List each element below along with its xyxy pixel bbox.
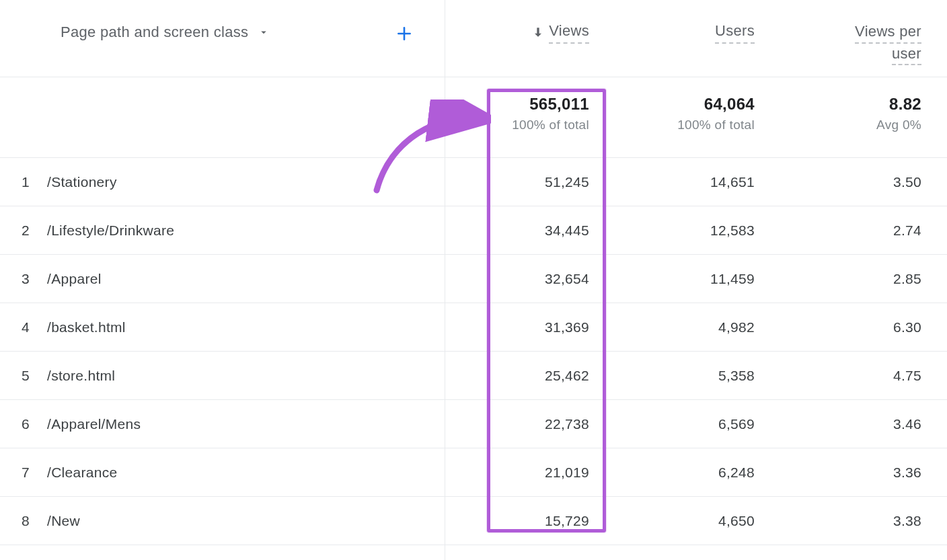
row-left: 3/Apparel [0,255,445,303]
totals-views-value: 565,011 [529,95,589,114]
rows-container: 1/Stationery51,24514,6513.502/Lifestyle/… [0,158,947,560]
vpu-label: Views per user [855,22,921,65]
metric-headers: Views Users Views per user [445,0,947,77]
row-path[interactable]: /Apparel/Mens [47,416,445,432]
row-vpu: 2.74 [767,223,940,239]
row-vpu: 2.85 [767,271,940,287]
row-left: 7/Clearance [0,448,445,496]
row-index: 4 [0,319,47,335]
row-vpu: 3.46 [767,416,940,432]
row-left: 4/basket.html [0,303,445,351]
plus-icon [395,25,413,42]
table-row[interactable]: 7/Clearance21,0196,2483.36 [0,448,947,497]
totals-spacer [0,77,445,157]
sort-desc-icon [531,26,545,39]
row-views: 34,445 [445,223,601,239]
row-left: 6/Apparel/Mens [0,400,445,448]
row-users: 11,459 [601,271,767,287]
row-users: 5,358 [601,368,767,384]
row-path[interactable]: /basket.html [47,319,445,335]
row-views: 15,729 [445,513,601,529]
totals-vpu-value: 8.82 [889,95,921,114]
row-users: 6,248 [601,465,767,481]
table-header: Page path and screen class Views Users V… [0,0,947,77]
row-left: 2/Lifestyle/Drinkware [0,206,445,254]
views-label: Views [549,22,589,44]
row-vpu: 6.30 [767,319,940,335]
row-path[interactable]: /Clearance [47,465,445,481]
table-row[interactable]: 9/Lifestyle/Bags13,8654,5543.04 [0,545,947,560]
table-row[interactable]: 3/Apparel32,65411,4592.85 [0,255,947,303]
totals-views: 565,011 100% of total [445,77,601,157]
row-path[interactable]: /Apparel [47,271,445,287]
column-header-users[interactable]: Users [601,0,767,77]
row-index: 5 [0,368,47,384]
row-vpu: 3.50 [767,174,940,190]
row-users: 4,650 [601,513,767,529]
row-views: 21,019 [445,465,601,481]
row-path[interactable]: /Stationery [47,174,445,190]
row-views: 31,369 [445,319,601,335]
row-left: 9/Lifestyle/Bags [0,545,445,560]
row-vpu: 4.75 [767,368,940,384]
dimension-label: Page path and screen class [61,24,248,41]
analytics-table: Page path and screen class Views Users V… [0,0,947,560]
totals-vpu: 8.82 Avg 0% [767,77,940,157]
totals-users: 64,064 100% of total [601,77,767,157]
row-index: 6 [0,416,47,432]
totals-row: 565,011 100% of total 64,064 100% of tot… [0,77,947,158]
table-row[interactable]: 6/Apparel/Mens22,7386,5693.46 [0,400,947,448]
dimension-header: Page path and screen class [0,0,445,77]
row-path[interactable]: /Lifestyle/Drinkware [47,223,445,239]
row-users: 6,569 [601,416,767,432]
table-row[interactable]: 5/store.html25,4625,3584.75 [0,352,947,400]
row-users: 12,583 [601,223,767,239]
totals-vpu-sub: Avg 0% [876,118,921,132]
totals-views-sub: 100% of total [512,118,589,132]
row-path[interactable]: /New [47,513,445,529]
row-left: 5/store.html [0,352,445,399]
dimension-select[interactable]: Page path and screen class [61,24,270,41]
row-views: 25,462 [445,368,601,384]
row-left: 8/New [0,497,445,545]
add-dimension-button[interactable] [391,20,418,47]
row-index: 8 [0,513,47,529]
row-vpu: 3.38 [767,513,940,529]
table-row[interactable]: 1/Stationery51,24514,6513.50 [0,158,947,206]
table-row[interactable]: 4/basket.html31,3694,9826.30 [0,303,947,352]
row-views: 32,654 [445,271,601,287]
row-index: 3 [0,271,47,287]
row-index: 7 [0,465,47,481]
totals-users-sub: 100% of total [677,118,755,132]
row-left: 1/Stationery [0,158,445,206]
table-row[interactable]: 8/New15,7294,6503.38 [0,497,947,545]
column-header-views-per-user[interactable]: Views per user [767,0,940,77]
row-users: 4,982 [601,319,767,335]
row-vpu: 3.36 [767,465,940,481]
row-path[interactable]: /store.html [47,368,445,384]
row-views: 22,738 [445,416,601,432]
users-label: Users [715,22,755,44]
row-users: 14,651 [601,174,767,190]
column-header-views[interactable]: Views [445,0,601,77]
row-index: 2 [0,223,47,239]
row-index: 1 [0,174,47,190]
row-views: 51,245 [445,174,601,190]
table-row[interactable]: 2/Lifestyle/Drinkware34,44512,5832.74 [0,206,947,255]
totals-users-value: 64,064 [704,95,755,114]
chevron-down-icon [258,26,270,38]
